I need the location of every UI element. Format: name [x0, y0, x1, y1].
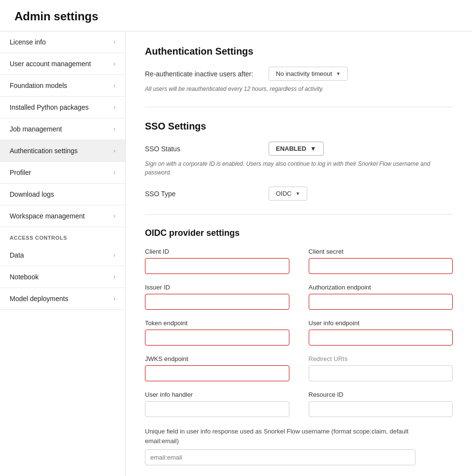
sidebar-item-workspace-management[interactable]: Workspace management › [0, 205, 125, 227]
field-label-user-info-endpoint: User info endpoint [309, 319, 453, 327]
field-label-user-info-handler: User info handler [145, 391, 289, 398]
sidebar-item-installed-python-packages[interactable]: Installed Python packages › [0, 97, 125, 118]
issuer-id-input[interactable] [145, 294, 289, 310]
field-group-token-endpoint: Token endpoint [145, 319, 289, 346]
divider-2 [145, 214, 453, 215]
chevron-icon: › [114, 274, 115, 280]
page-title: Admin settings [14, 10, 458, 23]
sidebar-item-job-management[interactable]: Job management › [0, 118, 125, 140]
sidebar-item-authentication-settings[interactable]: Authentication settings › [0, 140, 125, 162]
sidebar-item-license-info[interactable]: License info › [0, 31, 125, 53]
sso-type-button[interactable]: OIDC ▼ [269, 187, 307, 201]
resource-id-input[interactable] [309, 401, 453, 417]
sidebar-item-notebook[interactable]: Notebook › [0, 266, 125, 288]
dropdown-arrow-icon: ▼ [310, 145, 316, 152]
sso-status-hint: Sign on with a corporate ID is enabled. … [145, 159, 453, 177]
oidc-settings-title: OIDC provider settings [145, 228, 453, 238]
sidebar-item-profiler[interactable]: Profiler › [0, 162, 125, 184]
user-info-unique-input[interactable] [145, 449, 415, 465]
sidebar: License info › User account management ›… [0, 31, 126, 476]
reauth-label: Re-authenticate inactive users after: [145, 70, 261, 78]
main-content: Authentication Settings Re-authenticate … [126, 31, 472, 476]
user-info-endpoint-input[interactable] [309, 330, 453, 346]
sso-status-row: SSO Status ENABLED ▼ [145, 142, 453, 156]
client-secret-input[interactable] [309, 258, 453, 274]
sso-status-button[interactable]: ENABLED ▼ [269, 142, 324, 156]
field-group-user-info-handler: User info handler [145, 391, 289, 417]
sidebar-item-model-deployments[interactable]: Model deployments › [0, 288, 125, 310]
sso-status-label: SSO Status [145, 145, 261, 153]
sidebar-label-license-info: License info [10, 38, 46, 46]
sidebar-label-installed-python-packages: Installed Python packages [10, 103, 88, 111]
sso-status-value: ENABLED [276, 145, 306, 152]
field-group-authorization-endpoint: Authorization endpoint [309, 284, 453, 310]
chevron-icon: › [114, 213, 115, 219]
access-controls-label: ACCESS CONTROLS [0, 227, 125, 245]
layout: License info › User account management ›… [0, 31, 472, 476]
reauth-row: Re-authenticate inactive users after: No… [145, 67, 453, 81]
chevron-icon: › [114, 295, 115, 302]
field-label-issuer-id: Issuer ID [145, 284, 289, 291]
field-label-token-endpoint: Token endpoint [145, 319, 289, 327]
auth-settings-title: Authentication Settings [145, 46, 453, 57]
redirect-uris-input[interactable] [309, 365, 453, 381]
chevron-icon: › [114, 82, 115, 89]
sidebar-label-data: Data [10, 251, 24, 259]
chevron-icon: › [114, 39, 115, 45]
field-label-client-secret: Client secret [309, 248, 453, 255]
sidebar-item-user-account-management[interactable]: User account management › [0, 53, 125, 75]
field-label-client-id: Client ID [145, 248, 289, 255]
sidebar-label-profiler: Profiler [10, 169, 31, 176]
reauth-dropdown-value: No inactivity timeout [276, 70, 332, 77]
chevron-icon: › [114, 252, 115, 259]
field-group-issuer-id: Issuer ID [145, 284, 289, 310]
field-group-resource-id: Resource ID [309, 391, 453, 417]
reauth-hint: All users will be reauthenticated every … [145, 85, 453, 93]
sso-type-value: OIDC [276, 190, 292, 197]
sso-type-row: SSO Type OIDC ▼ [145, 187, 453, 201]
dropdown-arrow-icon: ▼ [296, 191, 300, 196]
sidebar-label-workspace-management: Workspace management [10, 212, 85, 220]
sidebar-label-notebook: Notebook [10, 273, 39, 281]
field-group-redirect-uris: Redirect URIs [309, 355, 453, 381]
sidebar-label-user-account-management: User account management [10, 60, 91, 68]
field-label-redirect-uris: Redirect URIs [309, 355, 453, 362]
oidc-fields-grid: Client ID Client secret Issuer ID Author… [145, 248, 453, 417]
sidebar-label-authentication-settings: Authentication settings [10, 147, 78, 155]
sso-type-label: SSO Type [145, 190, 261, 198]
chevron-icon: › [114, 147, 115, 154]
chevron-icon: › [114, 60, 115, 67]
page-header: Admin settings [0, 0, 472, 31]
chevron-icon: › [114, 169, 115, 176]
sidebar-item-data[interactable]: Data › [0, 245, 125, 266]
sidebar-label-model-deployments: Model deployments [10, 295, 68, 303]
token-endpoint-input[interactable] [145, 330, 289, 346]
field-group-jwks-endpoint: JWKS endpoint [145, 355, 289, 381]
chevron-icon: › [114, 126, 115, 132]
sidebar-label-job-management: Job management [10, 125, 62, 133]
field-group-client-id: Client ID [145, 248, 289, 274]
jwks-endpoint-input[interactable] [145, 365, 289, 381]
user-info-unique-section: Unique field in user info response used … [145, 427, 415, 465]
reauth-dropdown-button[interactable]: No inactivity timeout ▼ [269, 67, 348, 81]
field-label-jwks-endpoint: JWKS endpoint [145, 355, 289, 362]
dropdown-arrow-icon: ▼ [336, 71, 341, 76]
user-info-handler-input[interactable] [145, 401, 289, 417]
authorization-endpoint-input[interactable] [309, 294, 453, 310]
sidebar-item-download-logs[interactable]: Download logs [0, 184, 125, 205]
field-group-user-info-endpoint: User info endpoint [309, 319, 453, 346]
chevron-icon: › [114, 104, 115, 111]
sidebar-label-foundation-models: Foundation models [10, 82, 67, 89]
divider-1 [145, 107, 453, 107]
field-group-client-secret: Client secret [309, 248, 453, 274]
field-label-authorization-endpoint: Authorization endpoint [309, 284, 453, 291]
user-info-unique-hint: Unique field in user info response used … [145, 427, 415, 446]
sidebar-item-foundation-models[interactable]: Foundation models › [0, 75, 125, 97]
sso-settings-title: SSO Settings [145, 121, 453, 132]
client-id-input[interactable] [145, 258, 289, 274]
field-label-resource-id: Resource ID [309, 391, 453, 398]
sidebar-label-download-logs: Download logs [10, 190, 54, 198]
